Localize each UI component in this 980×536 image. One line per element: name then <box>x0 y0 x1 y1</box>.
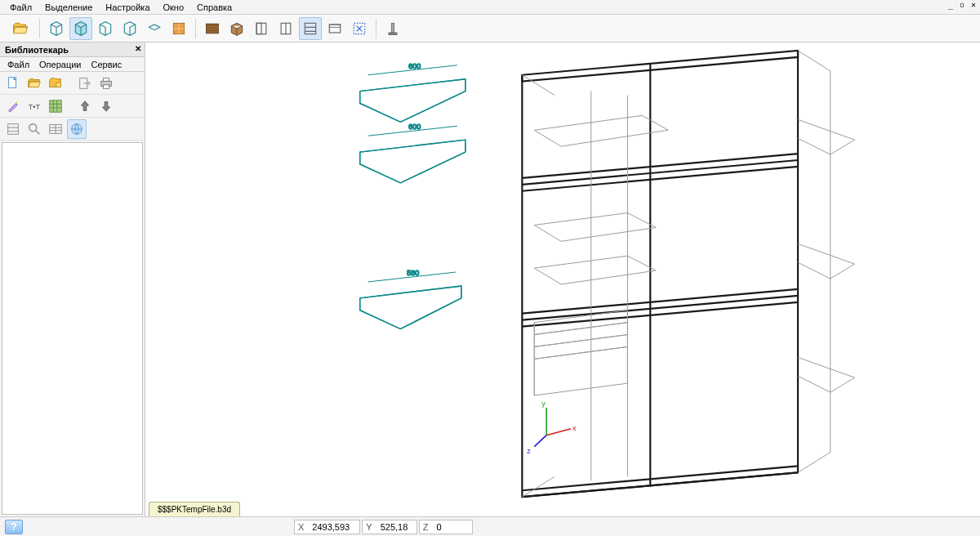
svg-rect-5 <box>305 23 315 34</box>
3d-viewport[interactable]: 600 600 580 <box>145 42 980 516</box>
svg-point-17 <box>16 101 18 103</box>
dim-shelf-2: 600 <box>408 123 421 131</box>
window-controls[interactable]: _ ▫ ✕ <box>948 0 977 9</box>
coord-x-value[interactable]: 2493,593 <box>307 522 359 532</box>
menu-bar: Файл Выделение Настройка Окно Справка _ … <box>0 0 980 15</box>
svg-rect-9 <box>391 23 394 33</box>
list-icon[interactable] <box>3 119 23 139</box>
file-tab[interactable]: $$$PKTempFile.b3d <box>149 502 240 516</box>
svg-text:T•T: T•T <box>29 102 41 110</box>
3d-drawing: 600 600 580 <box>145 42 980 516</box>
search-icon[interactable] <box>24 119 44 139</box>
door-tool-icon[interactable] <box>274 17 297 40</box>
table-icon[interactable] <box>46 119 65 139</box>
file-tab-bar: $$$PKTempFile.b3d <box>145 500 240 516</box>
panel-close-icon[interactable]: ✕ <box>135 44 141 53</box>
shelf-tool-icon[interactable] <box>299 17 322 40</box>
coord-z-label: Z <box>420 522 432 532</box>
globe-icon[interactable] <box>67 119 87 139</box>
panel-toolbar-3 <box>0 118 145 141</box>
coordinate-readout: X 2493,593 Y 525,18 Z 0 <box>294 520 473 534</box>
menu-file[interactable]: Файл <box>5 2 37 13</box>
panel-tool-icon[interactable] <box>250 17 273 40</box>
panel-toolbar-1 <box>0 72 145 95</box>
export-icon[interactable] <box>75 74 95 93</box>
save-folder-icon[interactable] <box>46 74 65 93</box>
view-texture-icon[interactable] <box>167 17 190 40</box>
select-tool-icon[interactable] <box>348 17 371 40</box>
axis-gizmo: x y z <box>527 400 577 455</box>
arrow-up-icon[interactable] <box>75 96 95 116</box>
svg-line-26 <box>534 436 546 447</box>
panel-menu: Файл Операции Сервис <box>0 57 145 72</box>
material-wood-icon[interactable] <box>201 17 224 40</box>
panel-menu-file[interactable]: Файл <box>3 59 33 70</box>
menu-help[interactable]: Справка <box>192 2 237 13</box>
open-button[interactable] <box>5 17 34 40</box>
view-top-icon[interactable] <box>143 17 166 40</box>
svg-rect-16 <box>103 84 109 88</box>
librarian-panel: Библиотекарь ✕ Файл Операции Сервис T•T <box>0 42 145 516</box>
coord-x-label: X <box>295 522 307 532</box>
svg-rect-10 <box>389 33 397 35</box>
panel-menu-service[interactable]: Сервис <box>87 59 127 70</box>
view-right-icon[interactable] <box>118 17 141 40</box>
text-icon[interactable]: T•T <box>24 96 44 116</box>
axis-z-label: z <box>527 447 531 455</box>
axis-y-label: y <box>541 400 546 408</box>
menu-selection[interactable]: Выделение <box>40 2 97 13</box>
panel-title-bar: Библиотекарь ✕ <box>0 42 145 57</box>
print-icon[interactable] <box>96 74 116 93</box>
status-bar: ? X 2493,593 Y 525,18 Z 0 <box>0 516 980 536</box>
arrow-down-icon[interactable] <box>96 96 116 116</box>
grid-icon[interactable] <box>46 96 65 116</box>
dim-shelf-3: 580 <box>407 269 419 277</box>
view-left-icon[interactable] <box>94 17 117 40</box>
svg-point-21 <box>29 123 37 131</box>
panel-toolbar-2: T•T <box>0 95 145 118</box>
coord-y-label: Y <box>363 522 375 532</box>
wand-icon[interactable] <box>3 96 23 116</box>
view-iso-icon[interactable] <box>69 17 92 40</box>
svg-rect-15 <box>103 78 109 81</box>
svg-line-24 <box>546 429 571 436</box>
new-doc-icon[interactable] <box>3 74 23 93</box>
material-box-icon[interactable] <box>225 17 248 40</box>
hardware-tool-icon[interactable] <box>381 17 404 40</box>
dim-shelf-1: 600 <box>408 62 421 70</box>
panel-menu-operations[interactable]: Операции <box>35 59 85 70</box>
svg-rect-19 <box>50 100 61 111</box>
svg-rect-20 <box>8 123 19 134</box>
menu-settings[interactable]: Настройка <box>100 2 154 13</box>
svg-rect-3 <box>256 23 261 34</box>
svg-rect-6 <box>329 25 340 33</box>
panel-title: Библиотекарь <box>5 45 69 55</box>
coord-y-value[interactable]: 525,18 <box>376 522 416 532</box>
axis-x-label: x <box>572 424 577 432</box>
main-toolbar <box>0 15 980 42</box>
menu-window[interactable]: Окно <box>158 2 189 13</box>
drawer-tool-icon[interactable] <box>323 17 346 40</box>
open-folder-icon[interactable] <box>24 74 44 93</box>
library-tree[interactable] <box>2 142 143 515</box>
coord-z-value[interactable]: 0 <box>431 522 472 532</box>
help-button[interactable]: ? <box>5 520 23 534</box>
svg-rect-12 <box>56 83 60 87</box>
view-front-icon[interactable] <box>45 17 68 40</box>
